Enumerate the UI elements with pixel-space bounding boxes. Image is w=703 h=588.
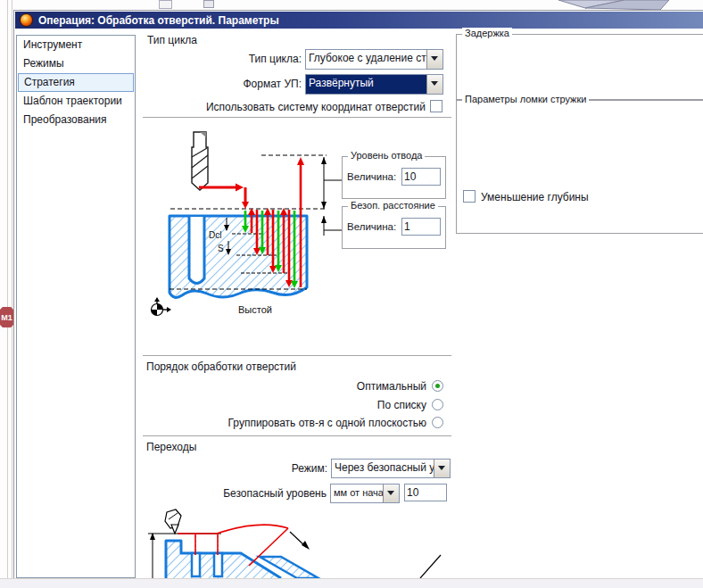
safe-distance-group: Безоп. расстояние Величина: xyxy=(342,206,446,249)
background-3d-view-fragment xyxy=(533,0,703,10)
transition-mode-label: Режим: xyxy=(205,462,327,475)
depth-reduction-label[interactable]: Уменьшение глубины xyxy=(481,191,589,203)
order-option-by-list-label[interactable]: По списку xyxy=(143,399,426,411)
section-separator xyxy=(143,117,451,119)
hole-profile xyxy=(189,217,204,284)
panel-edge-line xyxy=(12,0,12,588)
cycle-type-value[interactable]: Глубокое с удаление стру xyxy=(306,50,426,69)
sidebar-item-tool[interactable]: Инструмент xyxy=(17,36,135,54)
use-holes-cs-label[interactable]: Использовать систему координат отверстий xyxy=(143,101,426,113)
chip-break-group-title: Параметры ломки стружки xyxy=(462,94,589,104)
chevron-down-icon[interactable] xyxy=(426,75,442,94)
sidebar-item-transformations[interactable]: Преобразования xyxy=(17,111,135,129)
section-separator xyxy=(143,355,451,357)
order-option-group-by-plane-radio[interactable] xyxy=(432,417,443,428)
delay-group: Задержка xyxy=(456,34,703,100)
cycle-section-title: Тип цикла xyxy=(147,34,197,46)
sidebar-item-modes[interactable]: Режимы xyxy=(17,54,135,73)
safe-distance-group-title: Безоп. расстояние xyxy=(348,200,438,211)
order-option-optimal-label[interactable]: Оптимальный xyxy=(143,380,426,393)
safe-level-value-input[interactable] xyxy=(404,484,447,501)
dwell-label: Выстой xyxy=(238,304,272,315)
m1-badge-label: М1 xyxy=(1,313,12,322)
retract-level-group-title: Уровень отвода xyxy=(348,150,425,161)
background-toolbar-fragment xyxy=(159,0,172,9)
delay-group-title: Задержка xyxy=(462,28,512,38)
chevron-down-icon[interactable] xyxy=(383,484,399,502)
category-list: Инструмент Режимы Стратегия Шаблон траек… xyxy=(16,35,136,578)
transition-mode-value[interactable]: Через безопасный уро xyxy=(332,460,434,477)
retract-value-input[interactable] xyxy=(401,168,441,186)
depth-reduction-checkbox[interactable] xyxy=(463,190,476,203)
sidebar-item-toolpath-template[interactable]: Шаблон траектории xyxy=(17,92,135,111)
order-option-by-list-radio[interactable] xyxy=(432,399,443,410)
origin-axes-icon xyxy=(152,297,172,316)
dialog-title: Операция: Обработка отверстий. Параметры xyxy=(38,14,279,27)
retract-value-label: Величина: xyxy=(347,171,396,182)
order-section-title: Порядок обработки отверстий xyxy=(146,360,296,373)
safe-level-unit-select[interactable]: мм от начал xyxy=(330,484,400,503)
order-option-group-by-plane-label[interactable]: Группировать отв-я с одной плоскостью xyxy=(143,417,426,429)
sidebar-item-strategy[interactable]: Стратегия xyxy=(18,73,134,92)
s-label: S xyxy=(218,244,224,253)
screen: М1 Операция: Обработка отверстий. Параме… xyxy=(0,0,703,588)
retract-level-group: Уровень отвода Величина: xyxy=(342,156,446,199)
transition-mode-select[interactable]: Через безопасный уро xyxy=(331,459,451,478)
dcl-label: Dcl xyxy=(209,230,221,240)
safe-level-unit-value[interactable]: мм от начал xyxy=(331,484,383,502)
safe-value-input[interactable] xyxy=(401,218,441,236)
cycle-type-select[interactable]: Глубокое с удаление стру xyxy=(305,49,443,70)
chevron-down-icon[interactable] xyxy=(434,460,450,477)
bottom-strip xyxy=(0,578,703,588)
use-holes-cs-checkbox[interactable] xyxy=(430,100,442,112)
safe-value-label: Величина: xyxy=(347,221,396,232)
dialog-titlebar[interactable]: Операция: Обработка отверстий. Параметры xyxy=(15,12,703,29)
cycle-type-label: Тип цикла: xyxy=(205,53,302,65)
safe-level-label: Безопасный уровень xyxy=(143,487,327,500)
drill-icon xyxy=(192,132,208,190)
np-format-select[interactable]: Развёрнутый xyxy=(305,74,443,95)
section-separator xyxy=(143,435,451,437)
background-toolbar-fragment xyxy=(203,0,214,8)
transitions-section-title: Переходы xyxy=(146,441,196,453)
chip-break-group: Параметры ломки стружки Уменьшение глуби… xyxy=(456,100,703,234)
chevron-down-icon[interactable] xyxy=(426,50,442,69)
transition-diagram xyxy=(145,509,453,578)
drill-icon xyxy=(165,509,181,534)
app-orb-icon xyxy=(20,13,33,27)
np-format-value[interactable]: Развёрнутый xyxy=(306,75,426,94)
order-option-optimal-radio[interactable] xyxy=(432,380,443,392)
np-format-label: Формат УП: xyxy=(205,78,302,90)
panel-edge-line xyxy=(7,0,8,588)
